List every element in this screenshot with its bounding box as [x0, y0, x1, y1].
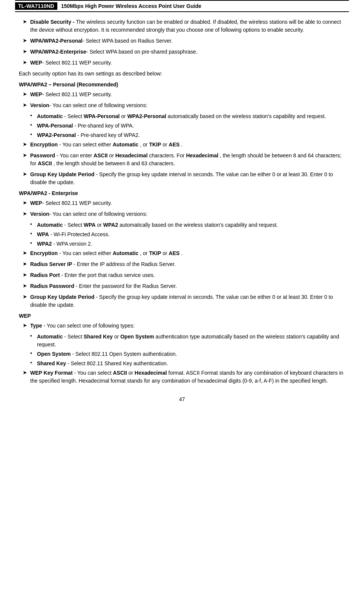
s3-wep-format-or: or — [128, 370, 134, 376]
header-model: TL-WA7110ND — [15, 2, 57, 10]
s2-radius-ip-text: - Enter the IP address of the Radius Ser… — [74, 261, 176, 267]
s3-auto-dash: - Select — [64, 334, 83, 340]
s2-enc-or2: or — [163, 250, 169, 256]
s1-pwd-hex2: Hexadecimal — [186, 152, 218, 158]
bullet-arrow: ➤ — [23, 18, 30, 34]
s3-open-text: - Select 802.11 Open System authenticati… — [72, 351, 177, 357]
s1-version-item: ➤ Version- You can select one of followi… — [19, 102, 345, 109]
s3-shared-text: - Select 802.11 Shared Key authenticatio… — [68, 360, 168, 366]
bullet-arrow: ➤ — [23, 171, 30, 186]
s2-radius-port-content: Radius Port - Enter the port that radius… — [30, 271, 345, 279]
s3-wep-format-text1: - You can select — [74, 370, 113, 376]
s2-wpa-text: - Wi-Fi Protected Access. — [51, 231, 110, 237]
s2-group-item: ➤ Group Key Update Period - Specify the … — [19, 293, 345, 309]
s2-enc-label: Encryption — [30, 250, 58, 256]
s1-auto-or: or — [121, 113, 127, 119]
bullet-arrow: ➤ — [23, 152, 30, 168]
s2-auto-item: • Automatic - Select WPA or WPA2 automat… — [19, 221, 345, 229]
s1-enc-item: ➤ Encryption - You can select either Aut… — [19, 141, 345, 149]
header-title: 150Mbps High Power Wireless Access Point… — [61, 3, 201, 9]
wep-text: - Select 802.11 WEP security. — [42, 60, 112, 66]
s2-auto-wpa: WPA — [84, 222, 96, 228]
s2-enc-text: - You can select either — [59, 250, 113, 256]
s2-wpa2-text: - WPA version 2. — [53, 241, 92, 247]
sub-bullet-dot: • — [30, 122, 37, 130]
s3-auto-open: Open System — [120, 334, 154, 340]
s2-version-item: ➤ Version- You can select one of followi… — [19, 210, 345, 218]
s3-auto-content: Automatic - Select Shared Key or Open Sy… — [37, 333, 345, 349]
s2-enc-item: ➤ Encryption - You can select either Aut… — [19, 249, 345, 257]
s1-enc-text: - You can select either — [59, 141, 113, 148]
s1-auto-wpa-personal: WPA-Personal — [84, 113, 120, 119]
section2-heading: WPA/WPA2 - Enterprise — [19, 190, 345, 196]
s1-pwd-content: Password - You can enter ASCII or Hexade… — [30, 152, 345, 168]
wpa-personal-content: WPA/WPA2-Personal- Select WPA based on R… — [30, 37, 345, 45]
s3-auto-or: or — [114, 334, 120, 340]
s1-version-text: - You can select one of following versio… — [49, 102, 147, 108]
s1-auto-text: - Select — [64, 113, 83, 119]
s1-wpa-personal-content: WPA-Personal - Pre-shared key of WPA. — [37, 122, 345, 130]
s1-wpa2-personal-content: WPA2-Personal - Pre-shared key of WPA2. — [37, 131, 345, 139]
s3-open-label: Open System — [37, 351, 71, 357]
bullet-arrow: ➤ — [23, 322, 30, 330]
disable-security-text: The wireless security function can be en… — [30, 19, 341, 33]
s2-auto-or: or — [97, 222, 103, 228]
s1-auto-wpa2-personal: WPA2-Personal — [127, 113, 166, 119]
s3-auto-item: • Automatic - Select Shared Key or Open … — [19, 333, 345, 349]
s1-auto-item: • Automatic - Select WPA-Personal or WPA… — [19, 112, 345, 120]
bullet-arrow: ➤ — [23, 48, 30, 56]
s3-wep-format-label: WEP Key Format — [30, 370, 73, 376]
s2-version-text: - You can select one of following versio… — [49, 211, 147, 217]
content-area: ➤ Disable Security - The wireless securi… — [15, 18, 349, 385]
s2-radius-port-label: Radius Port — [30, 272, 60, 278]
s2-wep-text: - Select 802.11 WEP security. — [42, 200, 112, 206]
s1-enc-period: . — [181, 141, 183, 148]
s1-enc-or1: , or — [140, 141, 149, 148]
sub-bullet-dot: • — [30, 240, 37, 248]
s1-pwd-or: or — [109, 152, 115, 158]
bullet-arrow: ➤ — [23, 199, 30, 207]
wpa-enterprise-item: ➤ WPA/WPA2-Enterprise- Select WPA based … — [19, 48, 345, 56]
bullet-arrow: ➤ — [23, 260, 30, 268]
s2-auto-label: Automatic — [37, 222, 63, 228]
s1-pwd-text: - You can enter — [57, 152, 94, 158]
bullet-arrow: ➤ — [23, 91, 30, 98]
s1-pwd-label: Password — [30, 152, 55, 158]
s3-wep-format-hex: Hexadecimal — [135, 370, 167, 376]
s3-type-text: - You can select one of following types: — [44, 323, 135, 329]
s1-enc-or2: or — [163, 141, 169, 148]
disable-security-content: Disable Security - The wireless security… — [30, 18, 345, 34]
s2-group-content: Group Key Update Period - Specify the gr… — [30, 293, 345, 309]
disable-security-item: ➤ Disable Security - The wireless securi… — [19, 18, 345, 34]
sub-bullet-dot: • — [30, 360, 37, 368]
s1-wpa-personal-label: WPA-Personal — [37, 123, 73, 129]
s1-pwd-ascii: ASCII — [94, 152, 108, 158]
s2-wep-label: WEP — [30, 200, 42, 206]
s3-wep-format-item: ➤ WEP Key Format - You can select ASCII … — [19, 369, 345, 385]
s2-wpa2-label: WPA2 — [37, 241, 52, 247]
disable-security-label: Disable Security - — [30, 19, 75, 25]
wpa-enterprise-content: WPA/WPA2-Enterprise- Select WPA based on… — [30, 48, 345, 56]
s1-enc-tkip: TKIP — [149, 141, 161, 148]
s2-auto-rest: automatically based on the wireless stat… — [120, 222, 278, 228]
s3-type-item: ➤ Type - You can select one of following… — [19, 322, 345, 330]
s3-type-label: Type — [30, 323, 42, 329]
s2-wpa-content: WPA - Wi-Fi Protected Access. — [37, 231, 345, 238]
wep-label: WEP — [30, 60, 42, 66]
bullet-arrow: ➤ — [23, 141, 30, 149]
s1-auto-content: Automatic - Select WPA-Personal or WPA2-… — [37, 112, 345, 120]
bullet-arrow: ➤ — [23, 282, 30, 290]
bullet-arrow: ➤ — [23, 369, 30, 385]
s2-wep-content: WEP- Select 802.11 WEP security. — [30, 199, 345, 207]
s2-group-label: Group Key Update Period — [30, 294, 94, 300]
s2-enc-tkip: TKIP — [149, 250, 161, 256]
s1-enc-label: Encryption — [30, 141, 58, 148]
wpa-personal-label: WPA/WPA2-Personal — [30, 38, 83, 44]
s2-radius-pwd-text: - Enter the password for the Radius Serv… — [76, 283, 177, 289]
s1-pwd-rest2: , the length should be between 8 and 63 … — [53, 160, 175, 166]
s1-wpa2-personal-label: WPA2-Personal — [37, 132, 76, 138]
s2-radius-pwd-content: Radius Password - Enter the password for… — [30, 282, 345, 290]
s2-radius-ip-label: Radius Server IP — [30, 261, 72, 267]
s3-auto-shared: Shared Key — [84, 334, 113, 340]
s2-auto-wpa2: WPA2 — [103, 222, 118, 228]
